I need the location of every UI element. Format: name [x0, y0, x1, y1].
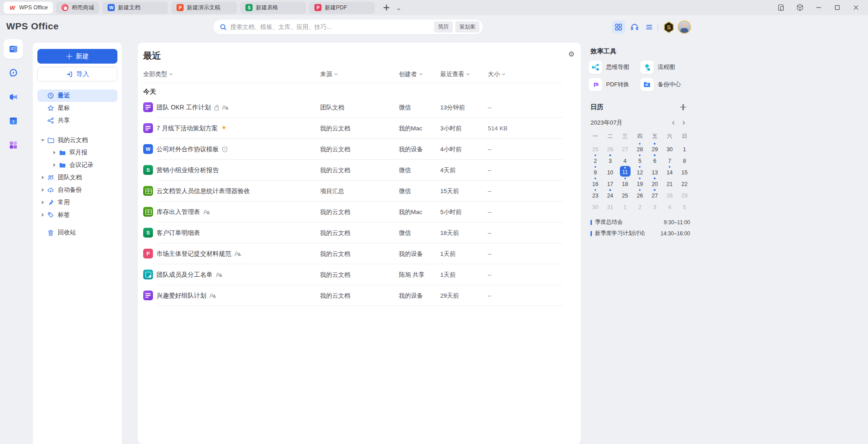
calendar-day[interactable]: 29 [677, 188, 692, 200]
sidebar-item-frequent[interactable]: 常用 [37, 196, 117, 209]
user-avatar[interactable] [678, 20, 691, 34]
calendar-day[interactable]: 21 [662, 177, 677, 188]
new-tab-button[interactable] [382, 3, 391, 12]
sidebar-item-my-cloud-docs[interactable]: 我的云文档 [37, 134, 117, 146]
calendar-day[interactable]: 25 [618, 188, 632, 200]
filter-source[interactable]: 来源 [320, 70, 399, 78]
rail-apps-button[interactable] [4, 135, 23, 155]
collapse-arrow-icon[interactable] [40, 137, 46, 143]
expand-arrow-icon[interactable] [40, 199, 46, 206]
calendar-day[interactable]: 16 [588, 177, 603, 188]
rail-meeting-button[interactable] [4, 87, 23, 107]
calendar-day[interactable]: 28 [632, 142, 647, 153]
event-item[interactable]: 季度总结会 9:30–11:00 [591, 217, 690, 228]
calendar-day[interactable]: 20 [647, 177, 662, 188]
tab-new-document[interactable]: 新建文档 [102, 2, 168, 14]
filter-creator[interactable]: 创建者 [399, 70, 440, 78]
calendar-day[interactable]: 30 [588, 200, 603, 211]
sidebar-item-recent[interactable]: 最近 [37, 89, 117, 102]
calendar-day[interactable]: 11 [618, 165, 632, 177]
filter-last-viewed[interactable]: 最近查看 [440, 70, 488, 78]
global-menu-button[interactable] [643, 20, 656, 34]
search-bar[interactable]: 搜索文档、模板、文库、应用、技巧... 简历 策划案 [213, 20, 483, 34]
calendar-day[interactable]: 14 [662, 165, 677, 177]
rail-documents-button[interactable] [4, 39, 23, 59]
calendar-day[interactable]: 6 [647, 153, 662, 165]
calendar-day[interactable]: 25 [588, 142, 603, 153]
sidebar-item-tags[interactable]: 标签 [37, 209, 117, 221]
calendar-day[interactable]: 24 [603, 188, 617, 200]
tool-flowchart[interactable]: 流程图 [640, 61, 692, 74]
calendar-day[interactable]: 2 [588, 153, 603, 165]
filter-size[interactable]: 大小 [488, 70, 563, 78]
tab-new-spreadsheet[interactable]: 新建表格 [240, 2, 306, 14]
calendar-day[interactable]: 12 [632, 165, 647, 177]
labs-cube-icon[interactable] [792, 1, 808, 14]
calendar-day[interactable]: 15 [677, 165, 692, 177]
search-tag-plan[interactable]: 策划案 [455, 21, 479, 32]
calendar-day[interactable]: 4 [662, 200, 677, 211]
calendar-day[interactable]: 2 [632, 200, 647, 211]
settings-gear-icon[interactable]: ⚙ [568, 51, 575, 58]
sidebar-item-starred[interactable]: 星标 [37, 102, 117, 114]
expand-arrow-icon[interactable] [40, 212, 46, 218]
calendar-day[interactable]: 17 [603, 177, 617, 188]
calendar-day[interactable]: 19 [632, 177, 647, 188]
maximize-button[interactable] [830, 1, 845, 14]
apps-grid-button[interactable] [612, 20, 625, 34]
calendar-day[interactable]: 10 [603, 165, 617, 177]
sidebar-item-shared[interactable]: 共享 [37, 114, 117, 127]
rail-chat-button[interactable] [4, 63, 23, 83]
file-row[interactable]: 团队成员及分工名单 我的云文档 陈旭 共享 1天前 – [138, 264, 581, 285]
sidebar-item-trash[interactable]: 回收站 [37, 226, 117, 239]
tab-new-pdf[interactable]: 新建PDF [309, 2, 375, 14]
file-row[interactable]: 库存出入管理表 我的云文档 我的Mac 5小时前 – [138, 202, 581, 222]
event-item[interactable]: 新季度学习计划讨论 14:30–16:00 [591, 228, 690, 239]
sidebar-item-meeting-notes[interactable]: 会议记录 [37, 159, 117, 171]
device-panel-icon[interactable] [774, 1, 789, 14]
calendar-day[interactable]: 1 [618, 200, 632, 211]
file-row[interactable]: 营销小组业绩分析报告 我的云文档 微信 4天前 – [138, 160, 581, 181]
calendar-day[interactable]: 31 [603, 200, 617, 211]
file-row[interactable]: 公司对外合作协议模板 我的云文档 我的设备 4小时前 – [138, 139, 581, 160]
calendar-day[interactable]: 1 [677, 142, 692, 153]
calendar-day[interactable]: 3 [603, 153, 617, 165]
minimize-button[interactable] [811, 1, 826, 14]
sidebar-item-auto-backup[interactable]: 自动备份 [37, 184, 117, 196]
next-month-button[interactable] [679, 118, 687, 127]
sidebar-item-bimonthly-report[interactable]: 双月报 [37, 146, 117, 159]
calendar-day[interactable]: 27 [618, 142, 632, 153]
add-event-button[interactable] [679, 104, 687, 111]
tool-pdf-convert[interactable]: P PDF转换 [589, 78, 640, 91]
sidebar-item-team-docs[interactable]: 团队文档 [37, 171, 117, 184]
calendar-day[interactable]: 3 [647, 200, 662, 211]
support-headset-button[interactable] [628, 20, 641, 34]
prev-month-button[interactable] [670, 118, 679, 127]
new-document-button[interactable]: 新建 [37, 49, 117, 64]
calendar-day[interactable]: 9 [588, 165, 603, 177]
tool-backup-center[interactable]: 备份中心 [640, 78, 692, 91]
tab-docer-mall[interactable]: 稻壳商城 [56, 2, 99, 14]
member-badge-icon[interactable] [663, 21, 674, 33]
calendar-day[interactable]: 27 [647, 188, 662, 200]
file-row[interactable]: 客户订单明细表 我的云文档 微信 18天前 – [138, 222, 581, 243]
expand-arrow-icon[interactable] [52, 162, 58, 168]
calendar-day[interactable]: 18 [618, 177, 632, 188]
calendar-day[interactable]: 29 [647, 142, 662, 153]
calendar-day[interactable]: 30 [662, 142, 677, 153]
filter-all-types[interactable]: 全部类型 [143, 70, 320, 78]
rail-calendar-button[interactable]: 7 [4, 111, 23, 131]
tab-wps-office[interactable]: WPS Office [4, 2, 53, 14]
calendar-day[interactable]: 26 [603, 142, 617, 153]
close-button[interactable] [848, 1, 864, 14]
calendar-day[interactable]: 5 [632, 153, 647, 165]
calendar-day[interactable]: 5 [677, 200, 692, 211]
calendar-day[interactable]: 4 [618, 153, 632, 165]
file-row[interactable]: 兴趣爱好组队计划 我的云文档 我的设备 29天前 – [138, 285, 581, 306]
search-tag-resume[interactable]: 简历 [434, 21, 453, 32]
calendar-day[interactable]: 13 [647, 165, 662, 177]
calendar-day[interactable]: 23 [588, 188, 603, 200]
calendar-day[interactable]: 26 [632, 188, 647, 200]
expand-arrow-icon[interactable] [40, 187, 46, 193]
calendar-day[interactable]: 28 [662, 188, 677, 200]
